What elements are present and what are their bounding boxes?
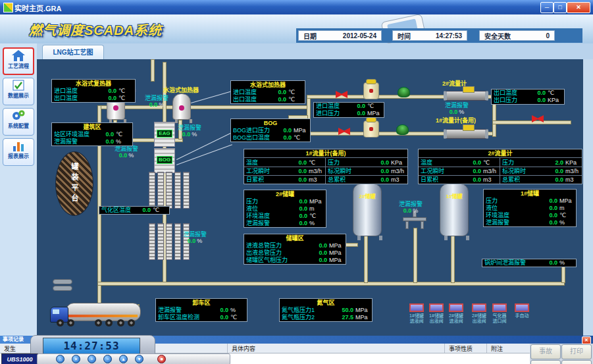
vaporizer [166, 223, 172, 260]
tab-lng-station[interactable]: LNG站工艺图 [42, 45, 104, 60]
safe-days-value: 0 [546, 32, 550, 39]
equipment-cart [53, 279, 72, 284]
panel-tank1: 1#储罐 压力0.0MPa 液位0.0m 环境温度0.0℃ 泄漏报警0.0% [483, 189, 577, 227]
time-value: 14:27:53 [436, 32, 462, 39]
canvas-scrollbar[interactable] [583, 59, 593, 336]
panel-row: 进液总管压力0.0MPa [244, 242, 346, 249]
leak-alarm-label: 泄漏报警 0.0% [140, 95, 174, 108]
meter-head [463, 86, 475, 93]
flow-cell: 温度0.0℃ [244, 158, 326, 167]
partial-button[interactable] [561, 360, 592, 364]
panel-boiler-leak: 锅炉间泄漏报警0.0% [482, 259, 577, 267]
regulator-bottom [396, 124, 409, 135]
panel-row: 进口温度0.0℃ [314, 103, 384, 110]
flow-table-grid: 温度0.0℃ 压力0.0KPa 工况瞬时0.0m3/h 标况瞬时0.0m3/h … [244, 158, 407, 184]
flow-cell: 总累积0.0m3 [326, 175, 407, 184]
regulator-top [398, 87, 410, 97]
panel-row: 出口压力0.0KPa [492, 97, 564, 104]
panel-row: 氮气瓶压力227.5MPa [280, 314, 372, 321]
sidebar-item-label: 系统配置 [3, 122, 34, 129]
panel-row: 进口温度0.0℃ [231, 89, 305, 96]
storage-tank-1: 1#储罐 [440, 184, 469, 236]
plus-icon[interactable]: + [88, 355, 96, 363]
accident-button[interactable]: 事故 [530, 344, 561, 359]
close-icon[interactable]: ✕ [72, 355, 80, 363]
safe-days-label: 安全天数 [484, 31, 511, 41]
tank-legs [444, 236, 469, 240]
panel-row: 出口温度0.0℃ [492, 90, 564, 97]
flow-cell: 压力2.0KPa [500, 158, 582, 167]
panel-bog: BOG BOG进口压力0.0MPa BOG出口温度0.0℃ [230, 118, 311, 142]
flow-table-1: 1#流量计(备用) 温度0.0℃ 压力0.0KPa 工况瞬时0.0m3/h 标况… [244, 149, 408, 184]
flow-cell: 标况瞬时0.0m3/h [500, 167, 582, 175]
title-bar: 实时主页.GRA ─ □ ✕ [0, 0, 593, 14]
eag-label: EAG [157, 130, 172, 138]
sidebar-item-label: 工艺流程 [4, 62, 33, 69]
filter-bottom [363, 120, 379, 138]
partial-button[interactable] [530, 360, 561, 364]
valve-indicator-label: 手自动 [510, 313, 534, 319]
event-close-icon[interactable]: ✕ [582, 336, 591, 344]
lcd-clock: 14:27:53 [43, 338, 140, 355]
stop-icon[interactable]: ■ [157, 355, 166, 363]
panel-row: BOG进口压力0.0MPa [231, 127, 310, 134]
valve-indicator[interactable] [492, 303, 507, 312]
vaporizer [149, 223, 155, 260]
maximize-button[interactable]: □ [554, 2, 567, 13]
tab-strip: LNG站工艺图 [0, 43, 593, 59]
window-title: 实时主页.GRA [14, 3, 62, 13]
truck-trailer [66, 303, 141, 321]
app-logo: 燃气调度SCADA系统 [29, 20, 162, 39]
sidebar-item-data-display[interactable]: 数据展示 [3, 78, 34, 105]
down-icon[interactable]: ▼ [135, 355, 143, 363]
flow-cell: 标况瞬时0.0m3/h [326, 167, 407, 175]
panel-row: 出液总管压力0.0MPa [244, 249, 346, 257]
panel-row: 环境温度0.0℃ [484, 212, 576, 219]
panel-heater-left: 水浴式复热器 进口温度0.0℃ 出口温度0.0℃ [51, 79, 136, 103]
minimize-button[interactable]: ─ [540, 2, 554, 13]
date-value: 2012-05-24 [343, 32, 376, 39]
valve-indicator[interactable] [449, 303, 463, 312]
panel-row: 站区环境温度0.0℃ [52, 131, 132, 138]
valve-indicator[interactable] [409, 303, 424, 312]
header: 燃气调度SCADA系统 日期 2012-05-24 时间 14:27:53 安全… [0, 14, 593, 43]
truck-wheel [67, 319, 74, 326]
valve-indicator[interactable] [472, 303, 486, 312]
pipe [97, 105, 309, 109]
panel-row: 出口温度0.0℃ [52, 95, 135, 102]
valve-indicator[interactable] [515, 303, 529, 312]
vaporizer [166, 172, 172, 209]
leak-alarm-label: 泄漏报警 0.0% [109, 145, 143, 159]
truck-wheel [57, 319, 64, 326]
panel-row: 环境温度0.0℃ [244, 213, 326, 220]
valve-indicator[interactable] [429, 303, 444, 312]
sidebar-item-report-display[interactable]: 报表展示 [3, 138, 34, 166]
panel-row: 泄漏报警0.0% [484, 219, 576, 226]
vessel-legs [175, 119, 192, 123]
storage-tank-2: 2#储罐 [353, 184, 382, 236]
panel-heater-right: 水浴式加热器 进口温度0.0℃ 出口温度0.0℃ [230, 80, 305, 104]
home-icon[interactable]: ⌂ [56, 355, 64, 363]
close-button[interactable]: ✕ [567, 2, 590, 13]
sidebar-item-process-flow[interactable]: 工艺流程 [3, 47, 34, 75]
pipe [413, 228, 417, 283]
vaporizer [157, 223, 164, 260]
flowmeter1-label: 1#流量计(备用) [436, 116, 476, 124]
up-icon[interactable]: ▲ [119, 355, 128, 363]
column-header: 具体内容 [228, 344, 445, 353]
minus-icon[interactable]: − [103, 355, 112, 363]
event-panel-title: 事项记录 [3, 336, 24, 342]
sidebar-item-system-config[interactable]: 系统配置 [3, 108, 34, 136]
brand-logo: UBS1000 [1, 353, 38, 364]
pipe [97, 282, 565, 286]
pipe [151, 59, 155, 82]
date-label: 日期 [303, 31, 317, 41]
pipe [364, 236, 368, 283]
panel-tank-area: 储罐区 进液总管压力0.0MPa 出液总管压力0.0MPa 储罐区气相压力0.0… [244, 234, 346, 265]
print-button[interactable]: 打印 [561, 344, 592, 359]
clipboard-check-icon [3, 80, 34, 91]
flow-meter-2 [444, 91, 488, 101]
pipe [451, 236, 455, 283]
gears-icon [3, 110, 34, 121]
panel-row: 气化区温度0.0℃ [99, 207, 169, 214]
